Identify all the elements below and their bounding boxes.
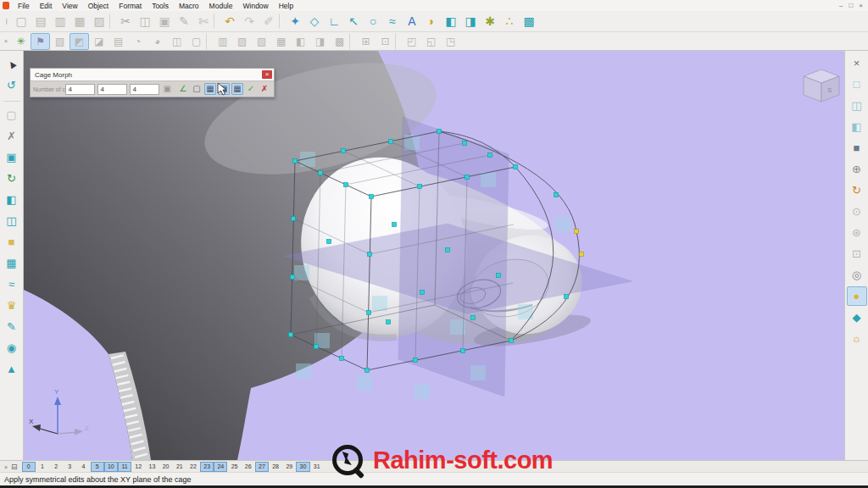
shaded-view-icon[interactable]: ◧ <box>847 117 867 136</box>
layer-tab[interactable]: 5 <box>91 462 104 472</box>
layer-tab[interactable]: 27 <box>255 462 269 472</box>
cage-morph-dialog[interactable]: Cage Morph × Number of cage points 444 ▣… <box>30 68 275 97</box>
new-document-icon[interactable]: ▢ <box>12 12 31 30</box>
open-file-icon[interactable]: ▤ <box>31 12 51 30</box>
select-cursor-icon[interactable]: ▲ <box>0 50 25 78</box>
assembly-icon[interactable]: ✳ <box>11 33 31 50</box>
accept-icon[interactable]: ✓ <box>245 83 257 95</box>
hatch-points-icon[interactable]: ∴ <box>500 12 520 30</box>
camera-view-icon[interactable]: ⊕ <box>847 159 867 179</box>
dialog-close-button[interactable]: × <box>262 70 272 79</box>
deform-stretch-icon[interactable]: ▦ <box>271 33 291 50</box>
polyline-tool-icon[interactable]: ∟ <box>325 12 344 30</box>
menu-item[interactable]: Tools <box>147 1 174 11</box>
menu-item[interactable]: Module <box>204 1 238 11</box>
symmetry-xy-icon[interactable]: ▦ <box>204 83 216 95</box>
shaded-sphere-icon[interactable]: ● <box>847 286 867 306</box>
toolbar-icon[interactable] <box>214 14 220 29</box>
sheet-icon[interactable]: ⊟ <box>11 463 22 471</box>
box-solid-icon[interactable]: ◧ <box>442 12 461 30</box>
menu-item[interactable]: Edit <box>35 1 58 11</box>
add-solid-icon[interactable]: ▧ <box>50 33 70 50</box>
save-icon[interactable]: ▦ <box>70 12 90 30</box>
face-window-icon[interactable]: ▤ <box>108 33 128 50</box>
lock-icon[interactable]: ▣ <box>164 84 171 94</box>
menu-item[interactable]: Format <box>114 1 147 11</box>
ghost-box-icon[interactable]: ▢ <box>2 105 22 125</box>
copy-icon[interactable]: ◫ <box>136 12 155 30</box>
bend-solid-icon[interactable]: ◔ <box>128 33 147 50</box>
zoom-window-icon[interactable]: ⊡ <box>847 244 867 263</box>
minimize-button[interactable]: – <box>839 2 843 9</box>
deform-bend-icon[interactable]: ▥ <box>213 33 232 50</box>
cage-edit-icon[interactable]: ◩ <box>70 33 89 50</box>
menu-item[interactable]: Object <box>83 1 114 11</box>
sketch-pen-icon[interactable]: ✐ <box>259 12 279 30</box>
close-panel-icon[interactable]: × <box>847 53 867 73</box>
circle-tool-icon[interactable]: ○ <box>364 12 383 30</box>
layer-tab[interactable]: 25 <box>227 462 241 472</box>
morph-curve-icon[interactable]: ≈ <box>2 274 22 294</box>
zoom-previous-icon[interactable]: ⊙ <box>847 202 867 221</box>
layer-tab[interactable]: 10 <box>104 462 118 472</box>
menu-item[interactable]: Help <box>274 1 298 11</box>
save-as-icon[interactable]: ▥ <box>51 12 70 30</box>
layer-tab[interactable]: 22 <box>186 462 200 472</box>
revolve-icon[interactable]: ↻ <box>2 169 22 188</box>
layer-tab[interactable]: 21 <box>173 462 186 472</box>
layer-tab[interactable]: 13 <box>145 462 159 472</box>
block-icon[interactable]: ■ <box>2 232 22 252</box>
toolbar-close-handle[interactable]: × <box>3 38 11 44</box>
deform-bulge-icon[interactable]: ◨ <box>310 33 330 50</box>
cut-icon[interactable]: ✂ <box>116 12 136 30</box>
offset-face-icon[interactable]: ▢ <box>186 33 206 50</box>
cage-points-input[interactable]: 4 <box>97 84 127 95</box>
cage-points-input[interactable]: 4 <box>65 84 95 95</box>
viewport-3d[interactable]: Y X Z S Cage Morph × Number of cage poin… <box>24 51 844 460</box>
undo-icon[interactable]: ↶ <box>220 12 240 30</box>
layer-tab[interactable]: 30 <box>296 462 309 472</box>
arrow-tool-icon[interactable]: ↖ <box>344 12 364 30</box>
fold-solid-icon[interactable]: ◕ <box>147 33 167 50</box>
close-button[interactable]: × <box>859 2 863 9</box>
deform-taper-icon[interactable]: ▧ <box>252 33 271 50</box>
rendered-view-icon[interactable]: ■ <box>847 138 867 158</box>
marquee-select-icon[interactable]: ▢ <box>191 83 203 95</box>
toolbar-icon[interactable] <box>109 14 116 29</box>
toolbar-handle[interactable]: ∣ <box>3 18 12 25</box>
layer-tab[interactable]: 3 <box>63 462 76 472</box>
layer-tab[interactable]: 11 <box>118 462 131 472</box>
toolbar-icon[interactable] <box>206 33 213 50</box>
symmetry-zx-icon[interactable]: ▦ <box>231 83 243 95</box>
layer-tab[interactable]: 20 <box>159 462 173 472</box>
layer-tab[interactable]: 12 <box>131 462 145 472</box>
layer-tab[interactable]: 0 <box>22 462 36 472</box>
delete-icon[interactable]: ✄ <box>194 12 214 30</box>
menu-item[interactable]: Window <box>238 1 274 11</box>
spline-tool-icon[interactable]: ≈ <box>383 12 403 30</box>
morph-a-icon[interactable]: ◰ <box>402 33 421 50</box>
deform-shear-icon[interactable]: ◧ <box>291 33 310 50</box>
gears-icon[interactable]: ✱ <box>481 12 500 30</box>
zoom-all-icon[interactable]: ⊛ <box>847 223 867 242</box>
edit-curve-icon[interactable]: ✎ <box>2 317 22 336</box>
layer-tab[interactable]: 26 <box>242 462 255 472</box>
layer-tab[interactable]: 4 <box>76 462 90 472</box>
layer-tab[interactable]: 28 <box>269 462 282 472</box>
redo-icon[interactable]: ↷ <box>240 12 259 30</box>
subdivide-icon[interactable]: ▲ <box>2 359 22 379</box>
render-settings-icon[interactable]: ◆ <box>847 308 867 327</box>
toolbar-icon[interactable] <box>279 14 286 29</box>
view-cube[interactable]: S <box>804 69 839 102</box>
press-pull-icon[interactable]: ◪ <box>89 33 108 50</box>
morph-c-icon[interactable]: ◳ <box>441 33 460 50</box>
logo-tool-icon[interactable]: ✦ <box>286 12 305 30</box>
menu-item[interactable]: Macro <box>174 1 204 11</box>
wireframe-view-icon[interactable]: □ <box>847 75 867 94</box>
layerbar-close-icon[interactable]: × <box>0 464 11 470</box>
control-net-icon[interactable]: ♛ <box>2 296 22 315</box>
copy-face-icon[interactable]: ◫ <box>167 33 186 50</box>
toolbox-icon[interactable]: ▩ <box>520 12 539 30</box>
menu-item[interactable]: File <box>13 1 35 11</box>
toolbar-icon[interactable] <box>395 33 402 50</box>
